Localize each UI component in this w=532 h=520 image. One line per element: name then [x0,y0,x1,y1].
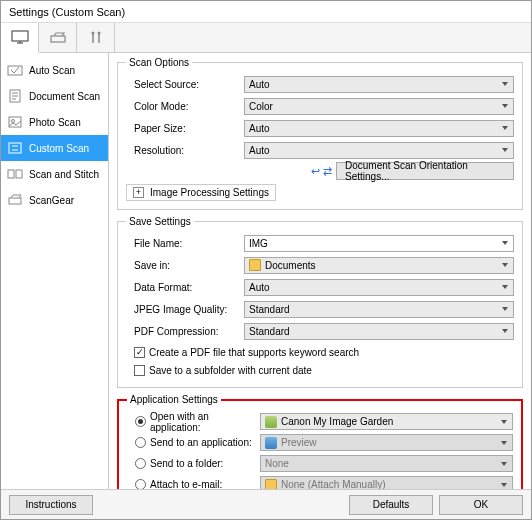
tools-icon [86,30,106,46]
scan-stitch-icon [7,167,23,181]
instructions-button[interactable]: Instructions [9,495,93,515]
send-to-folder-combo[interactable]: None [260,455,513,472]
svg-rect-8 [8,66,22,75]
svg-rect-20 [9,198,21,204]
svg-rect-0 [12,31,28,41]
app-icon [265,416,277,428]
send-to-app-label: Send to an application: [150,437,256,448]
svg-rect-3 [51,36,65,42]
open-with-radio[interactable] [135,416,146,427]
sidebar-label: Custom Scan [29,143,89,154]
folder-icon [265,479,277,490]
save-in-combo[interactable]: Documents [244,257,514,274]
monitor-icon [10,29,30,45]
open-with-label: Open with an application: [150,411,256,433]
plus-icon: + [133,187,144,198]
scanner-icon [48,30,68,46]
color-mode-label: Color Mode: [126,101,244,112]
file-name-combo[interactable]: IMG [244,235,514,252]
create-pdf-label: Create a PDF file that supports keyword … [149,347,359,358]
ok-button[interactable]: OK [439,495,523,515]
pdf-compression-label: PDF Compression: [126,326,244,337]
titlebar: Settings (Custom Scan) [1,1,531,23]
scan-options-group: Scan Options Select Source: Auto Color M… [117,57,523,210]
color-mode-combo[interactable]: Color [244,98,514,115]
defaults-button[interactable]: Defaults [349,495,433,515]
body: Auto Scan Document Scan Photo Scan Custo… [1,53,531,489]
save-settings-group: Save Settings File Name: IMG Save in: Do… [117,216,523,388]
svg-rect-19 [16,170,22,178]
orientation-settings-button[interactable]: Document Scan Orientation Settings... [336,162,514,180]
sidebar: Auto Scan Document Scan Photo Scan Custo… [1,53,109,489]
attach-email-label: Attach to e-mail: [150,479,256,489]
sidebar-item-custom-scan[interactable]: Custom Scan [1,135,108,161]
attach-email-combo[interactable]: None (Attach Manually) [260,476,513,489]
custom-scan-icon [7,141,23,155]
document-scan-icon [7,89,23,103]
open-with-combo[interactable]: Canon My Image Garden [260,413,513,430]
auto-scan-icon [7,63,23,77]
paper-size-combo[interactable]: Auto [244,120,514,137]
application-settings-group: Application Settings Open with an applic… [117,394,523,489]
svg-point-14 [12,120,15,123]
send-to-app-radio[interactable] [135,437,146,448]
scan-options-legend: Scan Options [126,57,192,68]
bottom-bar: Instructions Defaults OK [1,489,531,519]
save-subfolder-label: Save to a subfolder with current date [149,365,312,376]
tab-scan-from-computer[interactable] [1,23,39,53]
send-to-folder-label: Send to a folder: [150,458,256,469]
save-in-label: Save in: [126,260,244,271]
file-name-label: File Name: [126,238,244,249]
folder-icon [249,259,261,271]
svg-rect-15 [9,143,21,153]
data-format-label: Data Format: [126,282,244,293]
application-settings-legend: Application Settings [127,394,221,405]
sidebar-item-scangear[interactable]: ScanGear [1,187,108,213]
sidebar-label: Auto Scan [29,65,75,76]
send-to-app-combo[interactable]: Preview [260,434,513,451]
jpeg-quality-combo[interactable]: Standard [244,301,514,318]
resolution-combo[interactable]: Auto [244,142,514,159]
sidebar-label: ScanGear [29,195,74,206]
tab-general-settings[interactable] [77,23,115,52]
attach-email-radio[interactable] [135,479,146,489]
pdf-compression-combo[interactable]: Standard [244,323,514,340]
image-processing-expand[interactable]: + Image Processing Settings [126,184,276,201]
send-to-folder-radio[interactable] [135,458,146,469]
svg-point-7 [97,31,100,34]
photo-scan-icon [7,115,23,129]
data-format-combo[interactable]: Auto [244,279,514,296]
settings-window: Settings (Custom Scan) Auto Scan Documen… [0,0,532,520]
svg-point-6 [91,31,94,34]
sidebar-item-photo-scan[interactable]: Photo Scan [1,109,108,135]
sidebar-label: Document Scan [29,91,100,102]
sidebar-item-scan-stitch[interactable]: Scan and Stitch [1,161,108,187]
sidebar-item-document-scan[interactable]: Document Scan [1,83,108,109]
create-pdf-checkbox[interactable]: ✓ [134,347,145,358]
top-tabs [1,23,531,53]
tab-scan-from-panel[interactable] [39,23,77,52]
save-settings-legend: Save Settings [126,216,194,227]
sidebar-label: Scan and Stitch [29,169,99,180]
content: Scan Options Select Source: Auto Color M… [109,53,531,489]
resolution-label: Resolution: [126,145,244,156]
scangear-icon [7,193,23,207]
sidebar-item-auto-scan[interactable]: Auto Scan [1,57,108,83]
preview-icon [265,437,277,449]
jpeg-quality-label: JPEG Image Quality: [126,304,244,315]
save-subfolder-checkbox[interactable] [134,365,145,376]
paper-size-label: Paper Size: [126,123,244,134]
window-title: Settings (Custom Scan) [9,6,125,18]
image-processing-label: Image Processing Settings [150,187,269,198]
svg-rect-18 [8,170,14,178]
select-source-combo[interactable]: Auto [244,76,514,93]
select-source-label: Select Source: [126,79,244,90]
sidebar-label: Photo Scan [29,117,81,128]
reset-orientation-icon[interactable]: ↩ ⇄ [311,165,332,178]
